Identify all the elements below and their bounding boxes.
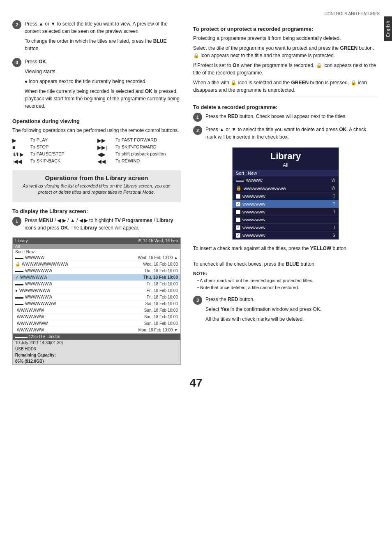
- delete-step-2-content: Press ▲ or ▼ to select the title you wan…: [205, 126, 378, 143]
- lib-footer-info3: Remaining Capacity:: [13, 352, 180, 358]
- lsr-row: 🔒 wwwwwwwwwwwww W: [233, 184, 339, 192]
- ops-intro: The following operations can be performe…: [12, 127, 181, 134]
- step-3-sub1: Viewing starts.: [25, 68, 181, 75]
- note-title: NOTE:: [193, 271, 378, 276]
- language-tab: English: [384, 16, 392, 41]
- lib-footer-info: 10 July 2011 14:30(01:30): [13, 340, 180, 346]
- lib-row: ●WWWWWWWW Fri, 18 Feb 10:00: [13, 287, 180, 294]
- delete-step-3-number: 3: [193, 296, 202, 305]
- lib-header-title: Library: [15, 239, 28, 243]
- lsr-row: ▬▬ wwwww W: [233, 176, 339, 184]
- delete-step-3-line1: Press the RED button.: [205, 296, 378, 303]
- library-screen-mockup: Library ⏱ 14:15 Wed, 16 Feb All Sort : N…: [12, 237, 181, 365]
- op-ff-icon: ▶▶: [97, 137, 114, 144]
- op-ff-label: To FAST FORWARD: [115, 137, 181, 144]
- lib-footer-info2: USB HDD3: [13, 346, 180, 352]
- op-rewind-label: To REWIND: [115, 158, 181, 164]
- lib-row: ▬▬WWWWWWWW Sat, 18 Feb 10:00: [13, 301, 180, 307]
- library-section-box: Operations from the Library screen As we…: [12, 170, 181, 202]
- lsr-all: All: [233, 162, 339, 170]
- delete-step-1-text: Press the RED button. Check boxes will a…: [205, 113, 378, 120]
- library-step-1: 1 Press MENU / ◀ ▶ / ▲ / ◀ ▶ to highligh…: [12, 217, 181, 234]
- page: CONTROLS AND FEATURES English 2 Press ▲ …: [0, 0, 392, 556]
- step-3-sub2: ● icon appears next to the title current…: [25, 78, 181, 85]
- protect-para4: When a title with 🔒 icon is selected and…: [193, 79, 378, 94]
- lib-row-highlighted: ✓WWWWWWW Thu, 18 Feb 10:00: [13, 274, 180, 281]
- delete-step-3: 3 Press the RED button. Select Yes in th…: [193, 296, 378, 325]
- lib-row: ▬▬WWWWWWW Fri, 18 Feb 10:00: [13, 294, 180, 301]
- lib-sub-header: All: [13, 244, 180, 249]
- library-step-1-content: Press MENU / ◀ ▶ / ▲ / ◀ ▶ to highlight …: [25, 217, 181, 234]
- section-divider: [193, 98, 378, 98]
- op-skipfwd-label: To SKIP-FORWARD: [115, 144, 181, 151]
- lsr-row: wwwwwww I: [233, 208, 339, 216]
- ops-during-viewing-title: Operations during viewing: [12, 118, 181, 124]
- op-skipback-icon: |◀◀: [12, 158, 29, 164]
- lib-row: ▬▬WWWWW Wed, 16 Feb 10:00 ▲: [13, 255, 180, 261]
- uncheck-text: To uncheck all the check boxes, press th…: [193, 260, 378, 268]
- lsr-row: wwwwwww T: [233, 192, 339, 200]
- op-stop-label: To STOP: [30, 144, 96, 151]
- lib-row: WWWWWWW Sun, 18 Feb 10:00: [13, 314, 180, 320]
- protect-para2: Select the title of the programme you wa…: [193, 44, 378, 59]
- lib-footer: ▬▬▬ 1235 ITV London: [13, 334, 180, 340]
- step-3-sub3: When the title currently being recorded …: [25, 88, 181, 110]
- lsr-row: ✓ wwwwwww I: [233, 224, 339, 232]
- protect-section-title: To protect or unprotect a recorded progr…: [193, 26, 378, 32]
- left-column: 2 Press ▲ or ▼ to select the title you w…: [12, 20, 189, 368]
- lsr-title: Library: [233, 148, 339, 162]
- right-column: To protect or unprotect a recorded progr…: [189, 20, 378, 368]
- delete-step-2-text: Press ▲ or ▼ to select the title you wan…: [205, 126, 378, 141]
- op-pause-label: To PAUSE/STEP: [30, 151, 96, 158]
- lsr-row: wwwwwww: [233, 216, 339, 224]
- library-step-1-number: 1: [12, 217, 21, 226]
- op-play-label: To PLAY: [30, 137, 96, 144]
- note-item-1: A check mark will not be inserted agains…: [193, 277, 378, 284]
- step-2-number: 2: [12, 20, 21, 29]
- lib-row: WWWWWWW Mon, 18 Feb 10:00 ▼: [13, 327, 180, 334]
- delete-step-1-number: 1: [193, 113, 202, 122]
- page-header: CONTROLS AND FEATURES: [0, 8, 392, 16]
- step-3-main: Press OK.: [25, 58, 181, 65]
- op-play-icon: ▶: [12, 137, 29, 144]
- library-section-title: Operations from the Library screen: [18, 174, 175, 181]
- op-skipback-label: To SKIP-BACK: [30, 158, 96, 164]
- op-shift-label: To shift playback position: [115, 151, 181, 158]
- note-box: NOTE: A check mark will not be inserted …: [193, 271, 378, 291]
- step-3-content: Press OK. Viewing starts. ● icon appears…: [25, 58, 181, 112]
- protect-para1: Protecting a programme prevents it from …: [193, 35, 378, 42]
- insert-check-text: To insert a check mark against all the t…: [193, 245, 378, 252]
- lib-row: ▬▬WWWWWWW Thu, 18 Feb 10:00: [13, 268, 180, 274]
- ops-table: ▶ To PLAY ▶▶ To FAST FORWARD ■ To STOP ▶…: [12, 137, 181, 164]
- lib-header-time: ⏱ 14:15 Wed, 16 Feb: [138, 239, 178, 243]
- delete-step-2-number: 2: [193, 126, 202, 135]
- delete-step-3-line3: All the titles with check marks will be …: [205, 315, 378, 323]
- step-2: 2 Press ▲ or ▼ to select the title you w…: [12, 20, 181, 55]
- step-2-content: Press ▲ or ▼ to select the title you wan…: [25, 20, 181, 55]
- protect-para3: If Protect is set to On when the program…: [193, 62, 378, 76]
- lib-row: ▬▬WWWWWWW Fri, 18 Feb 10:00: [13, 281, 180, 287]
- delete-step-2: 2 Press ▲ or ▼ to select the title you w…: [193, 126, 378, 143]
- header-title: CONTROLS AND FEATURES: [325, 12, 380, 16]
- lib-row: WWWWWWWW Sun, 18 Feb 10:00: [13, 320, 180, 327]
- delete-step-1-content: Press the RED button. Check boxes will a…: [205, 113, 378, 123]
- note-item-2: Note that once deleted, a title cannot b…: [193, 284, 378, 291]
- lib-row: 🔒WWWWWWWWWWWW Wed, 16 Feb 10:00: [13, 261, 180, 268]
- step-3-number: 3: [12, 58, 21, 67]
- lib-row: WWWWWWW Sun, 18 Feb 10:00: [13, 307, 180, 314]
- delete-step-3-content: Press the RED button. Select Yes in the …: [205, 296, 378, 325]
- op-skipfwd-icon: ▶▶|: [97, 144, 114, 151]
- delete-step-1: 1 Press the RED button. Check boxes will…: [193, 113, 378, 123]
- op-shift-icon: ◀▶: [97, 151, 114, 158]
- step-2-note: To change the order in which the titles …: [25, 37, 181, 52]
- lsr-row: ✓ wwwwwww S: [233, 232, 339, 239]
- library-italic-note: As well as viewing the list of recorded …: [18, 183, 175, 196]
- lib-sort: Sort : New: [13, 249, 180, 255]
- step-3: 3 Press OK. Viewing starts. ● icon appea…: [12, 58, 181, 112]
- display-library-subtitle: To display the Library screen:: [12, 208, 181, 214]
- page-number: 47: [0, 376, 392, 394]
- lib-footer-info4: 86% (912.0GB): [13, 358, 180, 364]
- lib-header: Library ⏱ 14:15 Wed, 16 Feb: [13, 238, 180, 244]
- lsr-sort: Sort : New: [233, 170, 339, 176]
- lsr-row-highlighted: ✓ wwwwwww T: [233, 200, 339, 208]
